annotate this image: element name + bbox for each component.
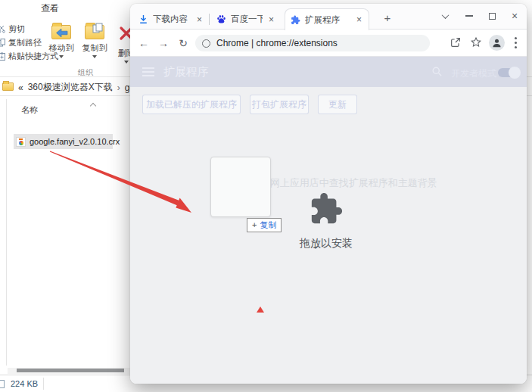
copy-to-icon (85, 25, 104, 39)
tab-label: 百度一下， (231, 14, 263, 25)
tab-extensions-active[interactable]: 扩展程序 × (285, 8, 369, 30)
minimize-button[interactable] (461, 8, 478, 23)
chrome-window: 下载内容 × 百度一下， × 扩展程序 × + × ← → ↻ Chrome |… (130, 4, 527, 384)
tab-close-icon[interactable]: × (267, 15, 275, 24)
ribbon-copy-path-button[interactable]: 复制路径 (0, 37, 42, 48)
search-icon[interactable] (431, 66, 443, 77)
horizontal-scrollbar[interactable] (8, 368, 130, 374)
breadcrumb-separator: › (117, 82, 120, 93)
download-icon (138, 14, 148, 24)
tab-strip: 下载内容 × 百度一下， × 扩展程序 × + × (130, 4, 527, 30)
minimize-icon (465, 15, 473, 17)
maximize-button[interactable] (484, 8, 500, 23)
hamburger-menu-icon[interactable] (142, 67, 154, 79)
extensions-header: 扩展程序 开发者模式 (130, 57, 527, 87)
copy-to-label: 复制到 (79, 42, 110, 54)
sort-ascending-icon[interactable] (90, 103, 96, 109)
site-info-icon[interactable] (202, 39, 210, 48)
scissors-icon (0, 25, 6, 33)
ribbon-cut-button[interactable]: 剪切 (0, 23, 25, 34)
tab-close-icon[interactable]: × (195, 15, 204, 24)
pathbar-folder-icon (2, 82, 14, 91)
puzzle-icon (291, 15, 300, 25)
paste-shortcut-icon (0, 52, 6, 61)
move-to-icon (51, 25, 71, 39)
drag-ghost-preview (210, 157, 271, 217)
pack-extension-button[interactable]: 打包扩展程序 (250, 95, 309, 114)
chevron-down-icon (124, 61, 129, 64)
copy-path-icon (0, 39, 6, 47)
tab-baidu[interactable]: 百度一下， × (211, 9, 281, 30)
copy-pages-icon (92, 23, 104, 34)
column-header-name[interactable]: 名称 (21, 104, 38, 116)
maximize-icon (489, 13, 496, 20)
drop-to-install-label: 拖放以安装 (250, 237, 402, 250)
baidu-icon (216, 14, 226, 24)
back-button[interactable]: ← (136, 36, 151, 51)
chevron-down-icon (59, 55, 64, 58)
copy-badge-label: 复制 (260, 220, 276, 229)
move-to-label: 移动到 (45, 42, 77, 54)
update-button[interactable]: 更新 (318, 95, 357, 114)
status-divider (43, 378, 44, 390)
developer-mode-toggle[interactable] (498, 68, 519, 77)
tab-close-icon[interactable]: × (355, 15, 363, 24)
red-triangle-marker (257, 306, 264, 313)
crx-file-icon (16, 137, 26, 147)
share-icon[interactable] (450, 36, 462, 48)
address-text: Chrome | chrome://extensions (216, 38, 338, 48)
breadcrumb-folder[interactable]: 360极速浏览器X下载 (28, 81, 113, 94)
copy-path-label: 复制路径 (8, 37, 42, 48)
toggle-knob (509, 67, 521, 79)
tab-divider (209, 14, 210, 25)
bookmark-star-icon[interactable] (470, 36, 482, 48)
extensions-page: 扩展程序 开发者模式 加载已解压的扩展程序 打包扩展程序 更新 在 Chrome… (130, 57, 527, 384)
file-row-selected[interactable]: google.fanyi_v2.0.10.crx (14, 134, 113, 149)
close-button[interactable]: × (506, 8, 523, 23)
developer-mode-label: 开发者模式 (451, 67, 496, 80)
tab-label: 下载内容 (153, 14, 191, 25)
drop-zone-puzzle-icon (309, 191, 344, 226)
ribbon-copy-to-button[interactable]: 复制到 (79, 23, 110, 58)
file-size-status: 224 KB (11, 379, 38, 388)
plus-glyph: + (252, 220, 257, 229)
forward-button[interactable]: → (156, 36, 171, 51)
tab-label: 扩展程序 (305, 14, 350, 26)
person-icon (491, 37, 502, 48)
scrollbar-thumb[interactable] (17, 369, 124, 372)
cut-label: 剪切 (8, 23, 25, 35)
file-name: google.fanyi_v2.0.10.crx (30, 137, 120, 146)
page-title: 扩展程序 (163, 65, 209, 79)
blue-left-arrow-icon (55, 28, 68, 38)
breadcrumb-chevrons[interactable]: « (18, 82, 23, 93)
reload-button[interactable]: ↻ (176, 36, 191, 51)
items-count-icon (0, 380, 5, 388)
nav-pane-divider (6, 99, 7, 366)
tab-downloads[interactable]: 下载内容 × (133, 9, 209, 30)
ribbon-tab-view[interactable]: 查看 (41, 2, 59, 15)
drag-copy-badge: +复制 (247, 218, 282, 232)
load-unpacked-button[interactable]: 加载已解压的扩展程序 (142, 95, 241, 114)
chevron-down-icon (441, 11, 449, 19)
chevron-down-icon (92, 55, 97, 58)
new-tab-button[interactable]: + (380, 11, 395, 26)
profile-avatar[interactable] (489, 35, 505, 51)
tab-search-button[interactable] (437, 8, 453, 23)
address-bar[interactable]: Chrome | chrome://extensions (195, 35, 430, 51)
browser-toolbar: ← → ↻ Chrome | chrome://extensions (130, 30, 527, 57)
ribbon-move-to-button[interactable]: 移动到 (45, 23, 77, 58)
close-icon: × (512, 10, 518, 22)
webstore-hint-text: 在 Chrome 网上应用店中查找扩展程序和主题背景 (130, 176, 527, 190)
menu-dots-icon[interactable] (515, 37, 517, 51)
